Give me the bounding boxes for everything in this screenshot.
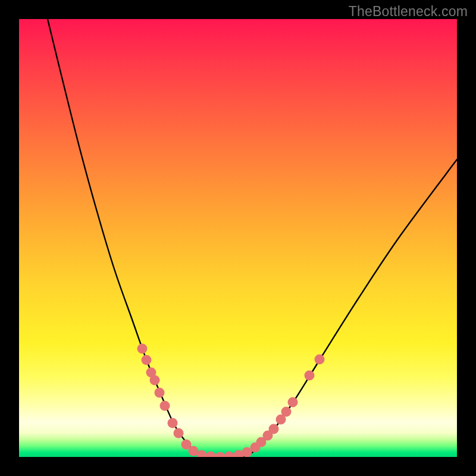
- chart-stage: TheBottleneck.com: [0, 0, 476, 476]
- data-marker: [269, 424, 279, 434]
- bottleneck-curve: [48, 19, 457, 457]
- data-marker: [288, 397, 298, 408]
- data-marker: [206, 452, 216, 458]
- data-marker: [168, 418, 178, 428]
- data-marker: [215, 452, 226, 458]
- marker-layer: [137, 344, 325, 458]
- data-marker: [174, 428, 184, 439]
- data-marker: [315, 355, 325, 365]
- data-marker: [305, 371, 315, 381]
- plot-area: [19, 19, 457, 457]
- data-marker: [150, 375, 160, 386]
- data-marker: [142, 355, 152, 365]
- data-marker: [281, 407, 292, 417]
- data-marker: [137, 344, 148, 354]
- data-marker: [224, 452, 234, 458]
- watermark-text: TheBottleneck.com: [349, 4, 468, 20]
- data-marker: [155, 388, 165, 398]
- data-marker: [160, 401, 170, 411]
- curve-layer: [19, 19, 457, 457]
